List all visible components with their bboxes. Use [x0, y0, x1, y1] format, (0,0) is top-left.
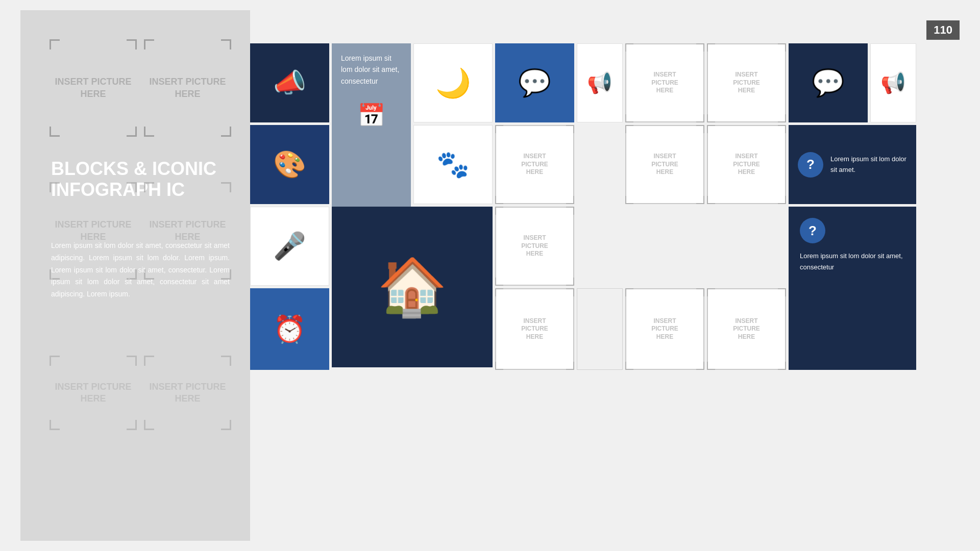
chat-icon-2: 💬: [812, 67, 845, 98]
tile-megaphone-white2: 📢: [870, 43, 916, 122]
picture-placeholder-1: INSERT PICTURE HERE: [51, 41, 135, 135]
tile-house-large: 🏠: [332, 207, 493, 367]
tile-megaphone-dark: 📣: [250, 43, 329, 122]
clock-icon: ⏰: [273, 314, 306, 345]
tile-clock-blue: ⏰: [250, 288, 329, 370]
mic-icon: 🎤: [273, 231, 306, 262]
tile-question-text-content: Lorem ipsum sit lom dolor sit amet.: [830, 154, 907, 176]
picture-placeholder-6: INSERT PICTURE HERE: [145, 357, 230, 429]
chat-icon: 💬: [518, 67, 551, 98]
tile-lorem-navy-right: ? Lorem ipsum sit lom dolor sit amet, co…: [789, 207, 916, 370]
insert-picture-mid2: INSERTPICTUREHERE: [625, 125, 704, 204]
left-panel: INSERT PICTURE HERE INSERT PICTURE HERE …: [20, 10, 250, 541]
insert-picture-right1: INSERTPICTUREHERE: [625, 43, 704, 122]
question-circle: ?: [798, 152, 823, 178]
tile-chat-blue: 💬: [495, 43, 574, 122]
palette-icon: 🎨: [273, 149, 306, 180]
insert-picture-bot4: INSERTPICTUREHERE: [707, 288, 786, 370]
tile-moon-white: 🌙: [413, 43, 493, 122]
insert-picture-mid1: INSERTPICTUREHERE: [495, 125, 574, 204]
picture-placeholder-5: INSERT PICTURE HERE: [51, 357, 135, 429]
question-circle-2: ?: [800, 218, 825, 243]
tile-mic-white: 🎤: [250, 207, 329, 286]
insert-picture-bot2: INSERTPICTUREHERE: [495, 288, 574, 370]
moon-icon: 🌙: [435, 66, 471, 100]
question-mark: ?: [806, 157, 815, 172]
left-panel-body: Lorem ipsum sit lom dolor sit amet, cons…: [51, 240, 230, 300]
megaphone-icon-2: 📢: [587, 71, 612, 95]
picture-placeholder-2: INSERT PICTURE HERE: [145, 41, 230, 135]
tile-paw-white: 🐾: [413, 125, 493, 204]
paw-icon: 🐾: [436, 149, 470, 180]
page-number: 110: [926, 20, 960, 40]
insert-picture-bot1: INSERTPICTUREHERE: [495, 207, 574, 286]
home-icon: 🏠: [377, 254, 447, 320]
insert-picture-right2: INSERTPICTUREHERE: [707, 43, 786, 122]
tile-chat-dark: 💬: [789, 43, 868, 122]
insert-picture-mid3: INSERTPICTUREHERE: [707, 125, 786, 204]
calendar-icon: 📅: [357, 102, 385, 129]
megaphone-icon: 📣: [273, 67, 306, 98]
tile-megaphone-white: 📢: [577, 43, 623, 122]
insert-picture-bot3: INSERTPICTUREHERE: [625, 288, 704, 370]
tile-gray-text: Lorem ipsum sit lom dolor sit amet, cons…: [341, 53, 402, 87]
tile-lorem-navy-text: Lorem ipsum sit lom dolor sit amet, cons…: [800, 251, 905, 273]
tile-palette: 🎨: [250, 125, 329, 204]
tile-question-text: ? Lorem ipsum sit lom dolor sit amet.: [789, 125, 916, 204]
megaphone-icon-3: 📢: [880, 71, 906, 95]
question-mark-2: ?: [808, 223, 817, 239]
tile-lorem-gray: Lorem ipsum sit lom dolor sit amet, cons…: [332, 43, 411, 207]
